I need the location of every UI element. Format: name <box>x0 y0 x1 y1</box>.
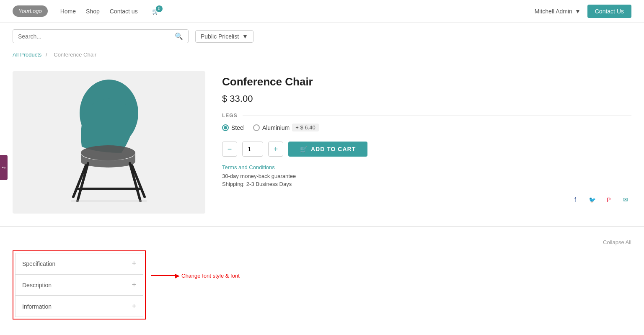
annotation-arrow: ▶ Change font style & font <box>151 272 240 279</box>
logo-wrapper[interactable]: YourLogo <box>13 5 48 17</box>
option-aluminium[interactable]: Aluminium + $ 6.40 <box>253 124 319 131</box>
admin-name: Mitchell Admin <box>535 8 572 15</box>
quantity-input[interactable] <box>242 142 263 157</box>
left-tab[interactable]: J <box>0 155 8 180</box>
nav-right: Mitchell Admin ▼ Contact Us <box>535 5 631 18</box>
legs-options: Steel Aluminium + $ 6.40 <box>222 124 631 131</box>
breadcrumb-current: Conference Chair <box>54 52 96 58</box>
accordion-label-description: Description <box>22 282 52 289</box>
share-row: f 🐦 P ✉ <box>222 194 631 206</box>
accordion-with-annotation: Specification + Description + Informatio… <box>13 250 631 320</box>
chevron-down-icon: ▼ <box>242 33 248 40</box>
collapse-all[interactable]: Collapse All <box>13 239 631 245</box>
pricelist-label: Public Pricelist <box>201 33 239 40</box>
section-divider <box>0 226 644 227</box>
share-facebook-icon[interactable]: f <box>569 194 581 206</box>
product-image-container <box>13 71 205 214</box>
svg-point-1 <box>81 145 135 160</box>
accordion-item-description[interactable]: Description + <box>15 274 143 296</box>
annotation-text: Change font style & font <box>181 273 240 279</box>
product-image <box>54 80 163 205</box>
cart-btn-icon: 🛒 <box>300 146 308 152</box>
nav-links: Home Shop Contact us 🛒 0 <box>60 8 159 15</box>
add-to-cart-row: − + 🛒 ADD TO CART <box>222 142 631 157</box>
cart-icon[interactable]: 🛒 0 <box>152 8 159 15</box>
left-tab-label: J <box>2 167 6 169</box>
share-email-icon[interactable]: ✉ <box>620 194 631 206</box>
aluminium-radio[interactable] <box>253 124 260 131</box>
qty-decrease-button[interactable]: − <box>222 142 237 157</box>
chevron-down-icon: ▼ <box>575 8 581 15</box>
nav-home[interactable]: Home <box>60 8 76 15</box>
cart-badge: 0 <box>156 5 163 12</box>
logo: YourLogo <box>13 5 48 17</box>
product-price: $ 33.00 <box>222 93 631 104</box>
accordion-item-specification[interactable]: Specification + <box>15 253 143 274</box>
nav-contact-us[interactable]: Contact us <box>110 8 138 15</box>
admin-dropdown[interactable]: Mitchell Admin ▼ <box>535 8 581 15</box>
top-navigation: YourLogo Home Shop Contact us 🛒 0 Mitche… <box>0 0 644 23</box>
shipping-text: Shipping: 2-3 Business Days <box>222 181 631 187</box>
accordion-plus-specification: + <box>132 259 136 268</box>
accordion-item-information[interactable]: Information + <box>15 296 143 317</box>
option-steel[interactable]: Steel <box>222 124 245 131</box>
accordion-label-specification: Specification <box>22 260 55 267</box>
nav-shop[interactable]: Shop <box>86 8 100 15</box>
accordion-area: Collapse All Specification + Description… <box>0 231 644 328</box>
accordion-header-information[interactable]: Information + <box>16 296 143 317</box>
search-input-wrapper: 🔍 <box>13 29 189 43</box>
accordion-plus-description: + <box>132 281 136 289</box>
share-twitter-icon[interactable]: 🐦 <box>586 194 598 206</box>
search-bar-area: 🔍 Public Pricelist ▼ <box>0 23 644 50</box>
contact-us-button[interactable]: Contact Us <box>587 5 631 18</box>
arrow-head-icon: ▶ <box>175 272 180 279</box>
aluminium-price: + $ 6.40 <box>292 124 318 131</box>
pricelist-select[interactable]: Public Pricelist ▼ <box>195 30 253 43</box>
accordion-plus-information: + <box>132 302 136 311</box>
accordion-label-information: Information <box>22 303 52 310</box>
search-input[interactable] <box>18 33 175 40</box>
accordion-header-description[interactable]: Description + <box>16 275 143 295</box>
product-area: Conference Chair $ 33.00 LEGS Steel Alum… <box>0 63 644 222</box>
breadcrumb-separator: / <box>46 52 47 58</box>
breadcrumb: All Products / Conference Chair <box>0 50 644 63</box>
share-pinterest-icon[interactable]: P <box>603 194 615 206</box>
product-title: Conference Chair <box>222 75 631 88</box>
highlighted-accordion-box: Specification + Description + Informatio… <box>13 250 146 320</box>
search-icon: 🔍 <box>175 32 183 40</box>
accordion-header-specification[interactable]: Specification + <box>16 253 143 274</box>
qty-increase-button[interactable]: + <box>268 142 283 157</box>
steel-label: Steel <box>231 124 245 131</box>
guarantee-text: 30-day money-back guarantee <box>222 173 631 179</box>
product-details: Conference Chair $ 33.00 LEGS Steel Alum… <box>222 71 631 214</box>
aluminium-label: Aluminium <box>262 124 290 131</box>
steel-radio[interactable] <box>222 124 229 131</box>
add-to-cart-button[interactable]: 🛒 ADD TO CART <box>288 142 367 157</box>
breadcrumb-all-products[interactable]: All Products <box>13 52 41 58</box>
add-to-cart-label: ADD TO CART <box>311 146 356 152</box>
legs-label: LEGS <box>222 113 631 119</box>
terms-link[interactable]: Terms and Conditions <box>222 164 631 170</box>
arrow-line <box>151 275 176 276</box>
